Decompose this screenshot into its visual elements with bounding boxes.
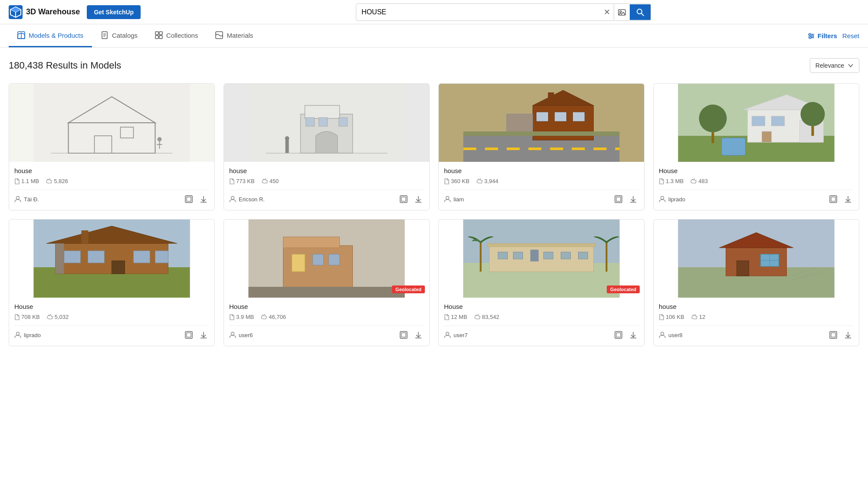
- model-thumbnail-4: [654, 84, 859, 162]
- tab-catalogs[interactable]: Catalogs: [92, 24, 146, 47]
- materials-icon: [215, 31, 223, 39]
- like-icon-5: [47, 314, 53, 320]
- model-meta-7: 12 MB 83,542: [444, 314, 639, 320]
- reset-button[interactable]: Reset: [842, 32, 859, 39]
- filters-button[interactable]: Filters: [807, 32, 837, 40]
- get-sketchup-button[interactable]: Get SketchUp: [87, 5, 141, 19]
- svg-rect-111: [313, 254, 324, 265]
- svg-rect-129: [579, 252, 588, 259]
- svg-rect-112: [329, 254, 340, 265]
- download-button-7[interactable]: [628, 329, 639, 341]
- model-actions-1: [183, 194, 209, 205]
- svg-rect-79: [762, 131, 772, 142]
- image-search-button[interactable]: [614, 4, 630, 20]
- filters-icon: [807, 32, 815, 40]
- svg-rect-100: [155, 251, 168, 263]
- view-3d-button-1[interactable]: [183, 194, 194, 205]
- tab-collections-label: Collections: [166, 32, 198, 39]
- model-actions-4: [828, 194, 854, 205]
- clear-icon: ✕: [604, 7, 610, 17]
- svg-rect-97: [88, 251, 105, 263]
- logo-link[interactable]: 3D Warehouse: [9, 5, 80, 19]
- svg-rect-44: [306, 118, 315, 126]
- tab-models-products[interactable]: Models & Products: [9, 24, 92, 47]
- model-author-6: user6: [229, 331, 253, 338]
- view-3d-button-5[interactable]: [183, 329, 194, 341]
- download-button-5[interactable]: [198, 329, 209, 341]
- model-name-8: house: [659, 303, 854, 310]
- model-likes-4: 483: [690, 178, 708, 184]
- svg-rect-63: [573, 112, 585, 121]
- model-meta-3: 360 KB 3,944: [444, 178, 639, 184]
- view-3d-button-7[interactable]: [613, 329, 624, 341]
- download-button-1[interactable]: [198, 194, 209, 205]
- like-icon-8: [691, 314, 697, 320]
- user-icon-1: [14, 196, 21, 203]
- view-3d-icon-2: [400, 195, 408, 203]
- download-button-2[interactable]: [413, 194, 424, 205]
- model-image-3: [439, 84, 644, 162]
- model-card-1[interactable]: house 1.1 MB 5,826 Tài Đ.: [9, 83, 215, 210]
- svg-rect-150: [831, 333, 835, 337]
- svg-rect-104: [187, 333, 191, 337]
- geolocated-badge-6: Geolocated: [392, 285, 425, 293]
- view-3d-icon-8: [829, 331, 837, 339]
- svg-rect-45: [319, 118, 328, 126]
- tab-materials[interactable]: Materials: [207, 24, 262, 47]
- model-thumbnail-5: [9, 220, 214, 298]
- models-grid: house 1.1 MB 5,826 Tài Đ.: [9, 83, 859, 346]
- view-3d-icon-6: [400, 331, 408, 339]
- model-card-3[interactable]: house 360 KB 3,944 liam: [438, 83, 644, 210]
- model-card-8[interactable]: house 106 KB 12 user8: [653, 219, 859, 346]
- model-card-4[interactable]: House 1.3 MB 483 liprado: [653, 83, 859, 210]
- model-name-3: house: [444, 167, 639, 174]
- model-size-1: 1.1 MB: [14, 178, 39, 184]
- like-icon-1: [46, 178, 52, 184]
- svg-line-9: [641, 13, 644, 16]
- sort-dropdown[interactable]: Relevance: [810, 58, 859, 73]
- model-size-8: 106 KB: [659, 314, 684, 320]
- model-card-7[interactable]: Geolocated House 12 MB 83,542: [438, 219, 644, 346]
- catalogs-icon: [101, 31, 108, 39]
- nav-tabs: Models & Products Catalogs Collections M…: [0, 24, 868, 48]
- model-likes-8: 12: [691, 314, 705, 320]
- model-size-2: 773 KB: [229, 178, 255, 184]
- search-submit-button[interactable]: [630, 4, 651, 20]
- model-author-7: user7: [444, 331, 468, 338]
- model-name-4: House: [659, 167, 854, 174]
- download-button-8[interactable]: [842, 329, 854, 341]
- model-actions-2: [398, 194, 424, 205]
- models-products-icon: [17, 31, 25, 39]
- svg-rect-52: [401, 197, 406, 201]
- svg-rect-95: [82, 230, 89, 243]
- view-3d-button-8[interactable]: [828, 329, 839, 341]
- download-icon-6: [414, 331, 422, 339]
- search-input[interactable]: [356, 5, 600, 20]
- model-footer-1: Tài Đ.: [14, 190, 209, 205]
- model-card-2[interactable]: house 773 KB 450 Ericson R.: [224, 83, 430, 210]
- svg-rect-134: [616, 333, 621, 337]
- user-icon-6: [229, 331, 236, 338]
- model-actions-7: [613, 329, 639, 341]
- model-likes-2: 450: [262, 178, 279, 184]
- download-button-6[interactable]: [413, 329, 424, 341]
- search-clear-button[interactable]: ✕: [600, 4, 614, 20]
- like-icon-4: [690, 178, 697, 184]
- view-3d-button-2[interactable]: [398, 194, 409, 205]
- svg-rect-81: [712, 132, 714, 143]
- view-3d-button-3[interactable]: [613, 194, 624, 205]
- view-3d-button-4[interactable]: [828, 194, 839, 205]
- model-actions-5: [183, 329, 209, 341]
- geolocated-badge-7: Geolocated: [607, 285, 640, 293]
- download-button-4[interactable]: [842, 194, 854, 205]
- model-card-5[interactable]: House 708 KB 5,032 liprado: [9, 219, 215, 346]
- file-icon-5: [14, 314, 20, 320]
- download-button-3[interactable]: [628, 194, 639, 205]
- svg-point-50: [231, 197, 234, 200]
- tab-collections[interactable]: Collections: [146, 24, 207, 47]
- view-3d-button-6[interactable]: [398, 329, 409, 341]
- model-card-6[interactable]: Geolocated House 3.9 MB 46,706: [224, 219, 430, 346]
- user-icon-2: [229, 196, 236, 203]
- view-3d-icon-7: [615, 331, 622, 339]
- svg-rect-43: [305, 105, 340, 118]
